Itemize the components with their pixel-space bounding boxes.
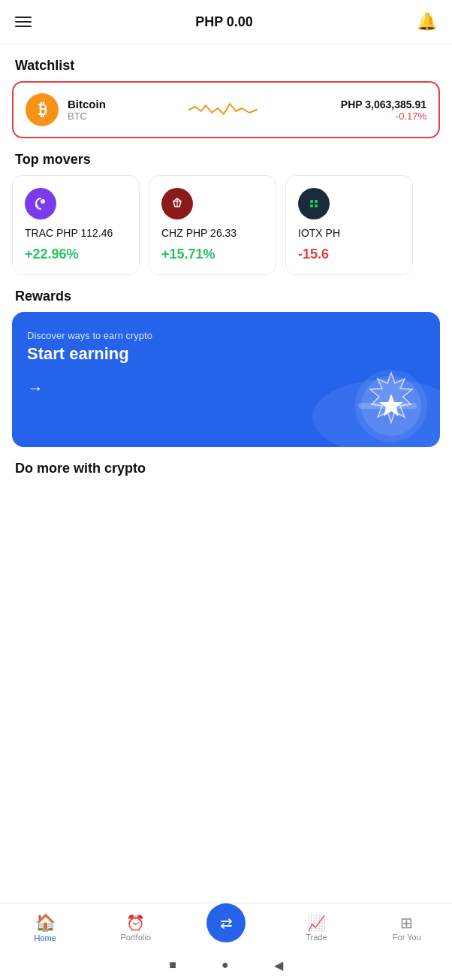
- system-navigation-bar: ■ ● ◀: [0, 950, 452, 980]
- bitcoin-icon: ₿: [26, 93, 59, 126]
- chz-name-price: CHZ PHP 26.33: [161, 227, 264, 239]
- trac-icon: [25, 188, 56, 219]
- main-content: Watchlist ₿ Bitcoin BTC PHP 3,063,385.91…: [0, 44, 452, 980]
- watchlist-section-title: Watchlist: [0, 44, 452, 81]
- nav-home-label: Home: [35, 933, 56, 942]
- balance-display: PHP 0.00: [195, 14, 253, 30]
- nav-trade[interactable]: 📈 Trade: [271, 915, 361, 942]
- system-circle-button[interactable]: ●: [221, 958, 229, 972]
- bell-icon[interactable]: 🔔: [417, 12, 437, 32]
- svg-rect-10: [310, 204, 313, 207]
- rewards-section: Discover ways to earn crypto Start earni…: [0, 312, 452, 447]
- trade-arrows-icon: ⇄: [220, 914, 233, 932]
- rewards-section-title: Rewards: [0, 275, 452, 312]
- iotx-change: -15.6: [298, 247, 400, 262]
- watchlist-section: ₿ Bitcoin BTC PHP 3,063,385.91 -0.17%: [0, 81, 452, 138]
- mover-card-iotx[interactable]: IOTX PH -15.6: [285, 175, 413, 275]
- system-square-button[interactable]: ■: [169, 958, 176, 972]
- watchlist-price-info: PHP 3,063,385.91 -0.17%: [341, 98, 426, 122]
- menu-line-1: [15, 17, 32, 18]
- svg-rect-9: [315, 200, 318, 203]
- menu-line-3: [15, 26, 32, 27]
- coin-name: Bitcoin: [68, 98, 106, 110]
- btc-price: PHP 3,063,385.91: [341, 98, 426, 110]
- top-movers-list: TRAC PHP 112.46 +22.96% CHZ PHP 26.33 +1…: [0, 175, 452, 275]
- portfolio-icon: ⏰: [126, 915, 145, 930]
- system-back-button[interactable]: ◀: [274, 958, 283, 972]
- nav-trade-label: Trade: [306, 933, 327, 942]
- trade-icon: 📈: [307, 915, 326, 930]
- svg-point-2: [35, 204, 38, 207]
- rewards-card[interactable]: Discover ways to earn crypto Start earni…: [12, 312, 440, 447]
- rewards-title: Start earning: [27, 344, 425, 364]
- watchlist-bitcoin-card[interactable]: ₿ Bitcoin BTC PHP 3,063,385.91 -0.17%: [12, 81, 440, 138]
- svg-point-1: [41, 199, 45, 204]
- svg-rect-8: [310, 200, 313, 203]
- home-icon: 🏠: [35, 915, 56, 931]
- app-header: PHP 0.00 🔔: [0, 0, 452, 44]
- mover-card-trac[interactable]: TRAC PHP 112.46 +22.96%: [12, 175, 140, 275]
- svg-point-7: [304, 194, 324, 213]
- top-movers-section-title: Top movers: [0, 138, 452, 175]
- nav-trade-center[interactable]: ⇄: [181, 903, 271, 945]
- rewards-subtitle: Discover ways to earn crypto: [27, 330, 425, 341]
- svg-point-0: [31, 194, 50, 213]
- btc-mini-chart: [115, 96, 332, 123]
- bottom-navigation: 🏠 Home ⏰ Portfolio ⇄ 📈 Trade ⊞ For You: [0, 903, 452, 950]
- coin-symbol: BTC: [68, 110, 106, 122]
- chz-icon: [161, 188, 193, 219]
- menu-button[interactable]: [15, 17, 32, 27]
- nav-home[interactable]: 🏠 Home: [0, 915, 90, 942]
- nav-portfolio[interactable]: ⏰ Portfolio: [90, 915, 180, 942]
- for-you-icon: ⊞: [400, 915, 413, 930]
- nav-portfolio-label: Portfolio: [120, 933, 150, 942]
- nav-for-you-label: For You: [393, 933, 421, 942]
- nav-for-you[interactable]: ⊞ For You: [362, 915, 452, 942]
- watchlist-coin-info: Bitcoin BTC: [68, 98, 106, 122]
- menu-line-2: [15, 21, 32, 23]
- iotx-name-price: IOTX PH: [298, 227, 400, 239]
- chz-change: +15.71%: [161, 247, 264, 262]
- trac-change: +22.96%: [25, 247, 127, 262]
- mover-card-chz[interactable]: CHZ PHP 26.33 +15.71%: [149, 175, 276, 275]
- do-more-section: [0, 484, 452, 529]
- do-more-section-title: Do more with crypto: [0, 447, 452, 484]
- trade-center-button[interactable]: ⇄: [206, 903, 246, 942]
- rewards-badge-icon: [350, 364, 425, 440]
- trac-name-price: TRAC PHP 112.46: [25, 227, 127, 239]
- iotx-icon: [298, 188, 330, 219]
- svg-rect-11: [315, 204, 318, 207]
- btc-change: -0.17%: [396, 110, 426, 122]
